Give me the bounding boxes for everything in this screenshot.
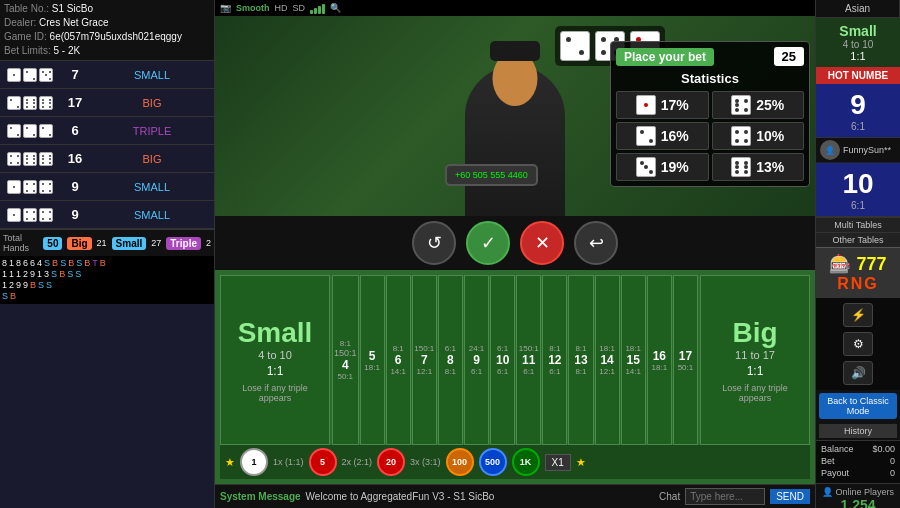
num-cell-4[interactable]: 8:1 150:1 4 50:1 — [332, 275, 359, 445]
history-dice — [0, 122, 60, 140]
bar2 — [314, 8, 317, 14]
triple-count: 2 — [206, 238, 211, 248]
cancel-button[interactable]: ✕ — [520, 221, 564, 265]
statistics-title: Statistics — [616, 71, 804, 86]
other-tables-label[interactable]: Other Tables — [816, 232, 900, 247]
game-id-label: Game ID: — [4, 31, 50, 42]
num-cell-6[interactable]: 8:1 6 14:1 — [386, 275, 411, 445]
die-icon — [39, 68, 53, 82]
cell-sub-odds2: 6:1 — [471, 367, 482, 376]
online-players-icon: 👤 Online Players — [819, 487, 897, 497]
big-section[interactable]: Big 11 to 17 1:1 Lose if any triple appe… — [700, 275, 810, 445]
favorite-icon[interactable]: ★ — [225, 456, 235, 469]
history-result: BIG — [90, 153, 214, 165]
place-bet-label: Place your bet — [616, 48, 714, 66]
back-classic-button[interactable]: Back to Classic Mode — [819, 393, 897, 419]
num-cell-17[interactable]: 17 50:1 — [673, 275, 698, 445]
payout-row: Payout 0 — [821, 468, 895, 478]
small-right-box[interactable]: Small 4 to 10 1:1 — [816, 18, 900, 67]
num-cell-8[interactable]: 6:1 8 8:1 — [438, 275, 463, 445]
cell-sub-odds2: 18:1 — [364, 363, 380, 372]
cell-sub-odds2: 50:1 — [337, 372, 353, 381]
num-cell-7[interactable]: 150:1 7 12:1 — [412, 275, 437, 445]
quality-sd[interactable]: SD — [293, 3, 306, 13]
cell-number: 6 — [395, 353, 402, 367]
table-no-label: Table No.: — [4, 3, 52, 14]
volume-icon[interactable]: 🔊 — [843, 361, 873, 385]
small-right-label: Small — [821, 23, 895, 39]
magnify-icon[interactable]: 🔍 — [330, 3, 341, 13]
num-cell-11[interactable]: 150:1 11 6:1 — [516, 275, 541, 445]
x1-button[interactable]: X1 — [545, 454, 571, 471]
history-list: 7 SMALL — [0, 61, 214, 229]
payout-label: Payout — [821, 468, 849, 478]
balance-label: Balance — [821, 444, 854, 454]
num-cell-5[interactable]: 5 18:1 — [360, 275, 385, 445]
small-section[interactable]: Small 4 to 10 1:1 Lose if any triple app… — [220, 275, 330, 445]
num-cell-12[interactable]: 8:1 12 6:1 — [542, 275, 567, 445]
undo-button[interactable]: ↩ — [574, 221, 618, 265]
stats-grid: 17% 25% — [616, 91, 804, 181]
chip-500-button[interactable]: 500 — [479, 448, 507, 476]
chip-20-button[interactable]: 20 — [377, 448, 405, 476]
num-cell-14[interactable]: 18:1 14 12:1 — [595, 275, 620, 445]
rng-banner[interactable]: 🎰 777 RNG — [816, 247, 900, 298]
total-hands-count: 50 — [43, 237, 62, 250]
history-result: SMALL — [90, 181, 214, 193]
confirm-button[interactable]: ✓ — [466, 221, 510, 265]
bet-value: 0 — [890, 456, 895, 466]
die-icon — [23, 180, 37, 194]
quality-smooth[interactable]: Smooth — [236, 3, 270, 13]
num-cell-15[interactable]: 18:1 15 14:1 — [621, 275, 646, 445]
chip-multiplier-label: 1x (1:1) — [273, 457, 304, 467]
num-cell-9[interactable]: 24:1 9 6:1 — [464, 275, 489, 445]
die-icon — [731, 157, 751, 177]
history-row: 7 SMALL — [0, 61, 214, 89]
chip-multiplier-label: 3x (3:1) — [410, 457, 441, 467]
multi-tables-label[interactable]: Multi Tables — [816, 217, 900, 232]
num-cell-13[interactable]: 8:1 13 8:1 — [568, 275, 593, 445]
chip-1k-button[interactable]: 1K — [512, 448, 540, 476]
small-right-odds: 1:1 — [821, 50, 895, 62]
cell-number: 10 — [496, 353, 509, 367]
hg-cell: 2 — [23, 269, 28, 279]
bet-table-row: Small 4 to 10 1:1 Lose if any triple app… — [220, 275, 810, 445]
betting-table: Small 4 to 10 1:1 Lose if any triple app… — [215, 270, 815, 484]
balance-section: Balance $0.00 Bet 0 Payout 0 — [816, 440, 900, 483]
settings-icon[interactable]: ⚙ — [843, 332, 873, 356]
cell-number: 9 — [473, 353, 480, 367]
bet-header: Place your bet 25 — [616, 47, 804, 66]
num-cell-16[interactable]: 16 18:1 — [647, 275, 672, 445]
history-total: 17 — [60, 95, 90, 110]
die-icon — [7, 180, 21, 194]
star-icon[interactable]: ★ — [576, 456, 586, 469]
chat-input[interactable] — [685, 488, 765, 505]
cell-sub-odds2: 8:1 — [445, 367, 456, 376]
die-icon — [636, 126, 656, 146]
die-icon — [7, 124, 21, 138]
chip-100-button[interactable]: 100 — [446, 448, 474, 476]
total-hands-label: Total Hands — [3, 233, 38, 253]
asian-tab[interactable]: Asian — [816, 0, 900, 17]
dealer-val: Cres Net Grace — [39, 17, 108, 28]
num-cell-10[interactable]: 6:1 10 6:1 — [490, 275, 515, 445]
small-label: Small — [112, 237, 147, 250]
history-total: 9 — [60, 207, 90, 222]
signal-bars — [310, 2, 325, 14]
quality-hd[interactable]: HD — [275, 3, 288, 13]
hg-cell: S — [2, 291, 8, 301]
bar4 — [322, 4, 325, 14]
chip-5-button[interactable]: 5 — [309, 448, 337, 476]
send-button[interactable]: SEND — [770, 489, 810, 504]
history-result: TRIPLE — [90, 125, 214, 137]
history-result: SMALL — [90, 209, 214, 221]
history-button[interactable]: History — [819, 424, 897, 438]
cell-odds: 8:1 — [393, 344, 404, 353]
power-icon[interactable]: ⚡ — [843, 303, 873, 327]
hg-row: 1 1 1 2 9 1 3 S B S S — [2, 269, 212, 279]
refresh-button[interactable]: ↺ — [412, 221, 456, 265]
hot-number-value: 9 — [821, 89, 895, 121]
action-buttons: ↺ ✓ ✕ ↩ — [215, 216, 815, 270]
chip-1-button[interactable]: 1 — [240, 448, 268, 476]
cell-number: 14 — [600, 353, 613, 367]
